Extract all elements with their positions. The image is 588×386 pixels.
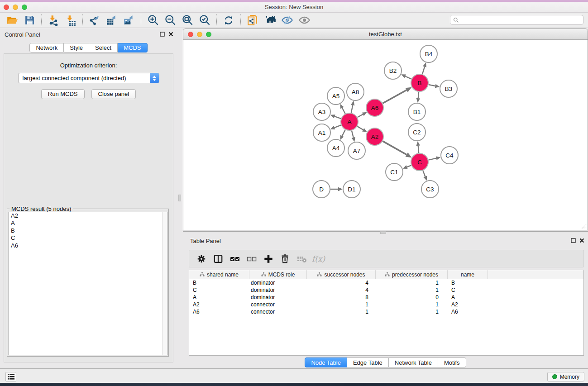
column-header-shared-name[interactable]: shared name [189,270,249,279]
split-table-icon[interactable] [210,252,226,266]
save-icon[interactable] [21,14,38,27]
zoom-fit-icon[interactable] [179,14,196,27]
network-zoom-button[interactable] [206,32,211,37]
network-canvas[interactable]: AA1A3A4A5A7A8A6A2BB1B2B3B4CC1C2C3C4DD1 [183,40,588,230]
cell-MCDS-role: dominator [249,294,307,301]
unselect-all-columns-icon[interactable] [243,252,260,266]
table-settings-gear-icon[interactable] [193,252,210,266]
table-row-A[interactable]: Adominator80A [189,294,583,301]
close-panel-button[interactable]: Close panel [91,89,136,99]
close-panel-icon[interactable] [168,32,173,37]
import-table-icon[interactable] [62,14,79,27]
close-table-panel-icon[interactable] [579,238,584,243]
export-table-icon[interactable] [103,14,120,27]
table-row-B[interactable]: Bdominator41B [189,279,583,286]
graph-node-label-A6: A6 [371,105,379,111]
table-row-C[interactable]: Cdominator41C [189,286,583,294]
tab-select[interactable]: Select [89,43,118,52]
zoom-selected-icon[interactable] [196,14,213,27]
zoom-window-button[interactable] [22,5,27,10]
memory-button[interactable]: Memory [547,372,584,381]
result-item-b[interactable]: B [9,227,167,234]
graph-edge-A-A3[interactable] [335,116,341,119]
network-window-title: testGlobe.txt [183,29,588,39]
node-table: shared nameMCDS rolesuccessor nodesprede… [189,270,584,356]
tab-node-table[interactable]: Node Table [305,357,347,367]
duplicate-network-icon[interactable] [244,14,261,27]
table-panel-title: Table Panel [183,235,588,247]
result-item-c[interactable]: C [9,234,167,242]
table-row-A6[interactable]: A6connector11A6 [189,308,583,315]
graph-edge-A-A1[interactable] [335,125,341,128]
search-input[interactable] [459,16,583,24]
network-close-button[interactable] [188,32,193,37]
run-mcds-button[interactable]: Run MCDS [41,89,85,99]
result-item-a2[interactable]: A2 [9,212,167,219]
delete-column-icon[interactable] [277,252,293,266]
tab-mcds[interactable]: MCDS [118,43,147,52]
task-history-button[interactable] [5,372,16,381]
float-table-panel-icon[interactable] [571,238,576,243]
search-field[interactable] [450,15,583,25]
result-scrollbar[interactable] [162,212,167,355]
function-builder-icon[interactable]: f(x) [312,254,325,263]
optimization-criterion-select[interactable]: largest connected component (directed) [18,73,159,83]
table-row-A2[interactable]: A2connector11A2 [189,301,583,308]
export-network-icon[interactable] [86,14,103,27]
table-panel-tabs: Node TableEdge TableNetwork TableMotifs [183,357,588,367]
result-item-a6[interactable]: A6 [9,242,167,249]
graph-edge-B-B1[interactable] [418,92,419,98]
graph-edge-A-A4[interactable] [342,130,345,136]
graph-edge-B-B3[interactable] [429,85,435,86]
graph-edge-A6-B[interactable] [382,90,406,103]
minimize-window-button[interactable] [13,5,18,10]
cell-MCDS-role: dominator [249,279,307,286]
graph-edge-A-A5[interactable] [342,108,345,114]
graph-edge-C-C1[interactable] [407,165,411,167]
graph-arrowhead [330,114,335,118]
close-window-button[interactable] [4,5,9,10]
graph-edge-C-C2[interactable] [418,146,419,153]
tab-style[interactable]: Style [64,43,89,52]
vertical-split-handle[interactable] [178,195,181,201]
network-window-titlebar[interactable]: testGlobe.txt [183,29,588,40]
graph-edge-A-A7[interactable] [352,130,354,137]
graph-edge-C-C3[interactable] [423,171,425,176]
hide-eye-icon[interactable] [278,14,296,27]
graph-node-label-A7: A7 [353,148,361,154]
graph-edge-A2-C[interactable] [382,141,406,155]
graph-edge-A-A8[interactable] [351,105,353,113]
add-column-icon[interactable] [260,252,277,266]
column-header-MCDS-role[interactable]: MCDS role [249,270,307,279]
graph-edge-A-A6[interactable] [357,114,363,118]
export-image-icon[interactable] [120,14,138,27]
open-folder-icon[interactable] [4,14,21,27]
graph-edge-B-B2[interactable] [405,76,411,79]
tab-network[interactable]: Network [29,43,64,52]
table-panel: Table Panel [183,235,588,368]
window-resize-grip[interactable] [580,222,587,229]
graph-edge-C-C4[interactable] [429,158,436,160]
horizontal-split-handle[interactable] [380,231,386,234]
column-header-successor-nodes[interactable]: successor nodes [307,270,376,279]
tab-network-table[interactable]: Network Table [389,357,438,367]
column-header-name[interactable]: name [448,270,488,279]
cell-successor-nodes: 4 [307,279,376,286]
home-icon[interactable] [261,14,278,27]
graph-edge-A-A2[interactable] [357,126,363,130]
delete-table-icon[interactable] [293,252,310,266]
float-panel-icon[interactable] [160,32,165,37]
tab-edge-table[interactable]: Edge Table [347,357,389,367]
column-header-predecessor-nodes[interactable]: predecessor nodes [376,270,448,279]
graph-node-label-A: A [347,119,351,125]
zoom-in-icon[interactable] [144,14,162,27]
import-network-icon[interactable] [45,14,62,27]
zoom-out-icon[interactable] [162,14,179,27]
result-item-a[interactable]: A [9,219,167,227]
show-eye-icon[interactable] [296,14,313,27]
network-minimize-button[interactable] [197,32,202,37]
graph-edge-B-B4[interactable] [422,67,425,74]
select-all-columns-icon[interactable] [226,252,243,266]
tab-motifs[interactable]: Motifs [438,357,466,367]
refresh-icon[interactable] [220,14,237,27]
